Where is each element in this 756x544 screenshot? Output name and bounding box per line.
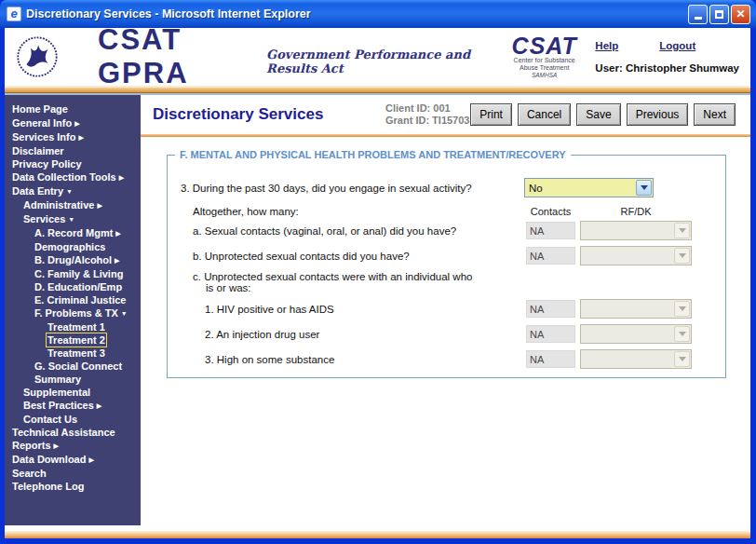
brand-title: CSAT GPRA [98, 23, 253, 90]
sidebar-item-data-download[interactable]: Data Download▶ [12, 453, 141, 467]
grant-id: Grant ID: TI15703 [385, 115, 469, 127]
sidebar-item-contact-us[interactable]: Contact Us [12, 413, 141, 426]
sidebar-item-drug-alcohol[interactable]: B. Drug/Alcohol▶ [12, 253, 141, 267]
rfdk-c2-select [580, 324, 692, 344]
minimize-icon[interactable] [688, 5, 708, 24]
question-3-label: 3. During the past 30 days, did you enga… [181, 183, 526, 194]
page-title: Discretionary Services [153, 105, 385, 124]
sidebar-item-privacy-policy[interactable]: Privacy Policy [12, 157, 141, 170]
dropdown-arrow-icon [674, 248, 690, 264]
sidebar-item-general-info[interactable]: General Info▶ [12, 116, 141, 130]
sidebar-item-criminal-justice[interactable]: E. Criminal Justice [12, 293, 141, 306]
sidebar-item-data-collection-tools[interactable]: Data Collection Tools▶ [12, 170, 141, 184]
sidebar-item-summary[interactable]: Summary [12, 373, 141, 386]
sidebar-item-problems-tx[interactable]: F. Problems & TX▼ [12, 306, 141, 320]
sidebar-item-search[interactable]: Search [12, 467, 141, 480]
sidebar-item-data-entry[interactable]: Data Entry▼ [12, 184, 141, 198]
sidebar-item-education-emp[interactable]: D. Education/Emp [12, 280, 141, 293]
expanded-arrow-icon: ▼ [121, 310, 128, 317]
sidebar-item-technical-assistance[interactable]: Technical Assistance [12, 426, 141, 439]
csat-logo: CSAT Center for Substance Abuse Treatmen… [506, 34, 582, 79]
submenu-arrow-icon: ▶ [88, 456, 93, 463]
rfdk-b-select [580, 246, 692, 265]
footer-bar [5, 531, 750, 538]
dropdown-arrow-icon [674, 223, 690, 238]
browser-window: e Discretionary Services - Microsoft Int… [0, 0, 756, 544]
app-header: CSAT GPRA Government Performance and Res… [5, 28, 750, 86]
sidebar-item-family-living[interactable]: C. Family & Living [12, 267, 141, 280]
sidebar-item-social-connect[interactable]: G. Social Connect [12, 360, 141, 373]
question-a-label: a. Sexual contacts (vaginal, oral, or an… [181, 225, 526, 237]
maximize-icon[interactable] [709, 5, 729, 24]
print-button[interactable]: Print [470, 103, 512, 126]
sidebar-item-home-page[interactable]: Home Page [12, 102, 141, 116]
section-f-fieldset: F. MENTAL AND PHYSICAL HEALTH PROBLEMS A… [167, 155, 726, 378]
sidebar-item-reports[interactable]: Reports▶ [12, 439, 141, 453]
csat-logo-line3: SAMHSA [506, 72, 582, 79]
window-title: Discretionary Services - Microsoft Inter… [26, 7, 688, 20]
client-id: Client ID: 001 [385, 102, 469, 115]
page-frame: CSAT GPRA Government Performance and Res… [5, 28, 750, 538]
save-button[interactable]: Save [576, 103, 620, 126]
next-button[interactable]: Next [694, 103, 736, 126]
sidebar-item-services-info[interactable]: Services Info▶ [12, 130, 141, 144]
dropdown-arrow-icon [674, 326, 690, 342]
subheader-label: Altogether, how many: [181, 206, 526, 217]
submenu-arrow-icon: ▶ [97, 402, 101, 409]
sidebar-item-treatment-1[interactable]: Treatment 1 [12, 320, 141, 333]
contacts-a-input [526, 222, 575, 239]
submenu-arrow-icon: ▶ [115, 257, 119, 264]
question-b-label: b. Unprotected sexual contacts did you h… [181, 251, 526, 262]
sidebar-item-treatment-2[interactable]: Treatment 2 [12, 333, 141, 347]
question-c-label-line2: is or was: [181, 282, 526, 294]
sexual-activity-select[interactable]: No [524, 178, 654, 197]
sidebar-item-administrative[interactable]: Administrative▶ [12, 198, 141, 212]
rfdk-c3-select [580, 349, 692, 369]
submenu-arrow-icon: ▶ [119, 174, 124, 181]
question-c-label-line1: c. Unprotected sexual contacts were with… [181, 271, 526, 282]
csat-logo-line1: Center for Substance [506, 57, 582, 64]
section-f-legend: F. MENTAL AND PHYSICAL HEALTH PROBLEMS A… [175, 149, 571, 160]
contacts-c1-input [526, 300, 575, 318]
contacts-c2-input [526, 325, 575, 343]
question-c1-label: 1. HIV positive or has AIDS [181, 304, 526, 315]
sidebar-item-supplemental[interactable]: Supplemental [12, 386, 141, 399]
submenu-arrow-icon: ▶ [74, 120, 79, 127]
submenu-arrow-icon: ▶ [115, 230, 120, 237]
rfdk-column-header: RF/DK [580, 206, 692, 217]
sidebar-item-services[interactable]: Services▼ [12, 212, 141, 226]
title-divider [141, 134, 750, 137]
brand-tagline: Government Performance and Results Act [266, 48, 506, 75]
sidebar-item-treatment-3[interactable]: Treatment 3 [12, 347, 141, 360]
dropdown-arrow-icon [674, 301, 690, 317]
csat-logo-line2: Abuse Treatment [506, 64, 582, 72]
sidebar-nav: Home Page General Info▶ Services Info▶ D… [5, 95, 141, 525]
rfdk-c1-select [580, 299, 692, 319]
hhs-logo-icon [16, 35, 59, 78]
sidebar-item-demographics[interactable]: Demographics [12, 240, 141, 253]
contacts-b-input [526, 247, 575, 265]
header-separator [5, 86, 750, 95]
expanded-arrow-icon: ▼ [68, 216, 74, 223]
sidebar-item-record-mgmt[interactable]: A. Record Mgmt▶ [12, 226, 141, 240]
help-link[interactable]: Help [595, 40, 618, 51]
question-c3-label: 3. High on some substance [181, 354, 526, 365]
submenu-arrow-icon: ▶ [97, 202, 101, 209]
question-c2-label: 2. An injection drug user [181, 329, 526, 340]
sidebar-item-best-practices[interactable]: Best Practices▶ [12, 399, 141, 413]
dropdown-arrow-icon [674, 351, 690, 367]
contacts-column-header: Contacts [526, 206, 575, 217]
contacts-c3-input [526, 350, 575, 368]
cancel-button[interactable]: Cancel [518, 103, 571, 126]
logout-link[interactable]: Logout [659, 40, 695, 51]
previous-button[interactable]: Previous [627, 103, 689, 126]
sidebar-item-disclaimer[interactable]: Disclaimer [12, 144, 141, 157]
submenu-arrow-icon: ▶ [54, 442, 59, 449]
submenu-arrow-icon: ▶ [78, 134, 83, 141]
user-name: User: Christopher Shumway [595, 62, 739, 74]
internet-explorer-icon: e [7, 7, 21, 21]
close-icon[interactable]: ✕ [731, 5, 750, 24]
sidebar-item-telephone-log[interactable]: Telephone Log [12, 480, 141, 493]
dropdown-arrow-icon [636, 180, 652, 196]
rfdk-a-select [580, 221, 692, 240]
